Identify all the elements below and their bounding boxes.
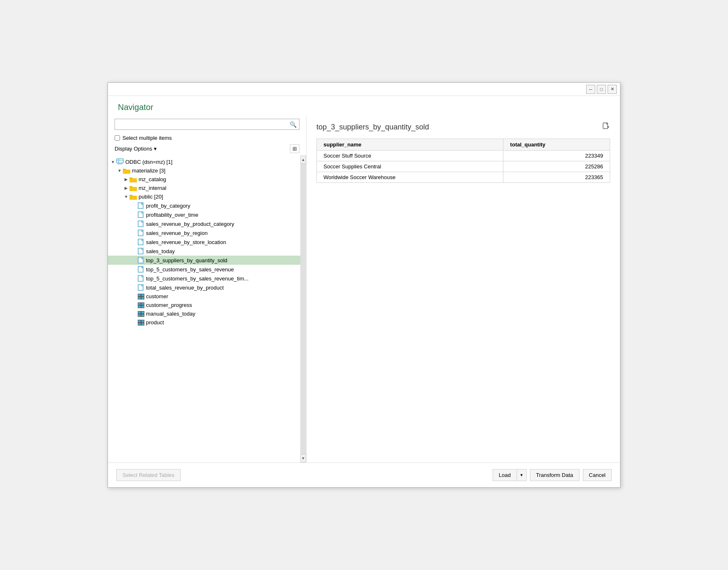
toggle-icon-odbc: ▼ — [110, 160, 116, 164]
cancel-button[interactable]: Cancel — [583, 469, 612, 481]
toggle-icon-materialize: ▼ — [116, 168, 123, 173]
svg-rect-33 — [141, 320, 144, 322]
tree-item-product[interactable]: product — [108, 318, 300, 327]
svg-rect-9 — [138, 230, 143, 236]
svg-rect-14 — [138, 275, 143, 281]
tree-item-sales-revenue-by-store[interactable]: sales_revenue_by_store_location — [108, 237, 300, 247]
tree-area: ▼ ODBC (dsn=mz) [1] — [108, 156, 306, 462]
window-title: Navigator — [108, 96, 620, 115]
tree-item-materialize[interactable]: ▼ materialize [3] — [108, 166, 300, 175]
svg-rect-7 — [138, 212, 143, 218]
svg-rect-25 — [141, 306, 144, 308]
maximize-button[interactable]: □ — [597, 85, 606, 94]
tree-item-profit-by-category[interactable]: profit_by_category — [108, 201, 300, 210]
view-icon-srpc — [138, 220, 144, 227]
toggle-icon-mz-catalog: ▶ — [123, 177, 129, 182]
action-buttons: Load ▾ Transform Data Cancel — [493, 469, 612, 481]
search-bar: 🔍 — [115, 119, 299, 130]
load-button[interactable]: Load — [493, 469, 517, 481]
tree-item-sales-today[interactable]: sales_today — [108, 247, 300, 256]
tree-item-sales-revenue-by-product-category[interactable]: sales_revenue_by_product_category — [108, 219, 300, 228]
view-icon-profit-by-category — [138, 202, 144, 209]
scroll-down-button[interactable]: ▼ — [300, 454, 306, 462]
tree-item-profitability-over-time[interactable]: profitability_over_time — [108, 210, 300, 219]
table-icon-customer — [138, 294, 144, 299]
tree-item-mz-internal[interactable]: ▶ mz_internal — [108, 184, 300, 192]
view-icon-tsrp — [138, 284, 144, 291]
tree-item-sales-revenue-by-region[interactable]: sales_revenue_by_region — [108, 228, 300, 237]
display-options-row: Display Options ▾ ⊞ — [108, 143, 306, 156]
tree-label-customer: customer — [146, 293, 168, 299]
svg-rect-8 — [138, 221, 143, 227]
svg-rect-32 — [138, 320, 141, 322]
tree-item-customer[interactable]: customer — [108, 292, 300, 301]
select-related-tables-button[interactable]: Select Related Tables — [116, 469, 181, 481]
tree-item-total-sales-revenue[interactable]: total_sales_revenue_by_product — [108, 283, 300, 292]
close-button[interactable]: ✕ — [608, 85, 617, 94]
svg-rect-10 — [138, 239, 143, 245]
display-options-arrow-icon: ▾ — [154, 146, 157, 152]
load-dropdown-button[interactable]: ▾ — [517, 469, 527, 481]
content-area: 🔍 Select multiple items Display Options … — [108, 115, 620, 462]
view-toggle-button[interactable]: ⊞ — [290, 144, 299, 153]
cell-qty-3: 223365 — [503, 172, 610, 183]
svg-rect-15 — [138, 285, 143, 290]
tree-label-profit-by-category: profit_by_category — [146, 203, 190, 209]
tree-label-mz-catalog: mz_catalog — [139, 176, 166, 182]
tree-item-top5customers[interactable]: top_5_customers_by_sales_revenue — [108, 265, 300, 274]
svg-rect-12 — [138, 257, 143, 263]
view-toggle-icon: ⊞ — [292, 146, 297, 152]
table-row: Soccer Supplies Central 225286 — [317, 161, 610, 172]
tree-item-top5customers-time[interactable]: top_5_customers_by_sales_revenue_tim... — [108, 274, 300, 283]
display-options-label: Display Options — [115, 146, 152, 152]
tree-label-product: product — [146, 319, 164, 326]
navigator-window: ─ □ ✕ Navigator 🔍 Select multiple items … — [108, 82, 620, 488]
view-icon-t5ct — [138, 275, 144, 282]
tree-item-odbc[interactable]: ▼ ODBC (dsn=mz) [1] — [108, 157, 300, 166]
tree-item-mz-catalog[interactable]: ▶ mz_catalog — [108, 175, 300, 184]
svg-rect-20 — [141, 297, 144, 299]
tree-label-manual-sales-today: manual_sales_today — [146, 311, 195, 317]
svg-rect-4 — [138, 203, 143, 208]
preview-header: top_3_suppliers_by_quantity_sold — [316, 122, 610, 132]
tree-label-materialize: materialize [3] — [132, 168, 165, 174]
table-icon-manual-sales-today — [138, 311, 144, 317]
preview-title: top_3_suppliers_by_quantity_sold — [316, 123, 429, 132]
tree-label-srpc: sales_revenue_by_product_category — [146, 221, 234, 227]
tree-content[interactable]: ▼ ODBC (dsn=mz) [1] — [108, 156, 300, 462]
tree-label-profitability-over-time: profitability_over_time — [146, 212, 198, 218]
load-btn-group: Load ▾ — [493, 469, 527, 481]
db-icon — [116, 158, 124, 165]
transform-data-button[interactable]: Transform Data — [530, 469, 580, 481]
scroll-up-button[interactable]: ▲ — [300, 156, 306, 164]
cell-supplier-1: Soccer Stuff Source — [317, 151, 503, 161]
table-icon-product — [138, 320, 144, 326]
minimize-button[interactable]: ─ — [586, 85, 595, 94]
tree-item-customer-progress[interactable]: customer_progress — [108, 301, 300, 309]
svg-rect-24 — [138, 306, 141, 308]
view-icon-t3s — [138, 257, 144, 263]
tree-item-manual-sales-today[interactable]: manual_sales_today — [108, 309, 300, 318]
cell-qty-1: 223349 — [503, 151, 610, 161]
svg-rect-27 — [138, 311, 141, 314]
display-options-button[interactable]: Display Options ▾ — [115, 146, 157, 152]
tree-label-srr: sales_revenue_by_region — [146, 230, 208, 236]
svg-rect-18 — [141, 294, 144, 296]
svg-rect-30 — [141, 314, 144, 316]
preview-export-button[interactable] — [602, 122, 610, 132]
svg-rect-34 — [138, 323, 141, 325]
svg-rect-11 — [138, 248, 143, 254]
bottom-bar: Select Related Tables Load ▾ Transform D… — [108, 462, 620, 487]
tree-item-public[interactable]: ▼ public [20] — [108, 192, 300, 201]
svg-rect-35 — [141, 323, 144, 325]
cell-supplier-3: Worldwide Soccer Warehouse — [317, 172, 503, 183]
table-row: Worldwide Soccer Warehouse 223365 — [317, 172, 610, 183]
tree-label-mz-internal: mz_internal — [139, 185, 166, 191]
scrollbar-arrows: ▲ ▼ — [300, 156, 306, 462]
tree-label-odbc: ODBC (dsn=mz) [1] — [125, 159, 172, 165]
col-header-supplier-name: supplier_name — [317, 139, 503, 151]
select-multiple-checkbox[interactable] — [115, 135, 120, 141]
folder-icon-materialize — [123, 168, 130, 174]
search-input[interactable] — [117, 120, 290, 129]
tree-item-top3suppliers[interactable]: top_3_suppliers_by_quantity_sold — [108, 256, 300, 265]
